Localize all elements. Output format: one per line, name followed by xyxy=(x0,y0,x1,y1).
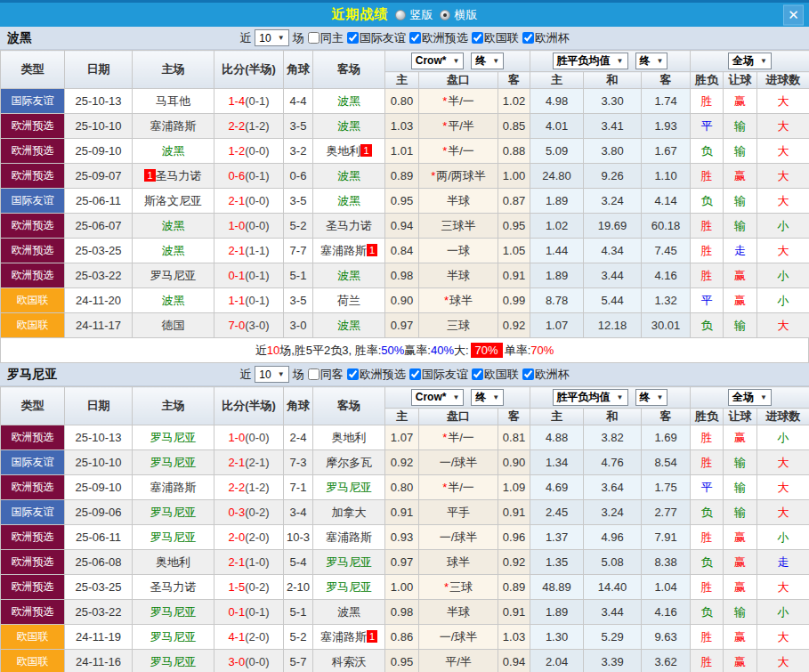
match-type-label: 欧洲预选 xyxy=(12,605,54,618)
competition-1-checkbox[interactable] xyxy=(409,368,421,380)
match-count-select[interactable]: 10▼ xyxy=(255,366,288,383)
crow-away-odds-cell: 0.85 xyxy=(498,114,530,139)
goals-result-cell: 大 xyxy=(757,475,809,500)
crow-home-odds: 0.84 xyxy=(391,244,413,257)
chevron-down-icon: ▼ xyxy=(657,393,664,401)
home-team-cell: 马耳他 xyxy=(133,89,214,114)
crow-home-odds: 0.97 xyxy=(391,319,413,332)
avg-home-odds: 1.30 xyxy=(546,630,568,644)
avg-home-odds: 8.78 xyxy=(546,294,568,307)
crow-away-odds-cell: 0.89 xyxy=(498,575,530,600)
home-team-cell: 奥地利 xyxy=(133,550,214,575)
chevron-down-icon: ▼ xyxy=(760,393,767,401)
handicap-result-cell: 赢 xyxy=(724,575,757,600)
handicap-result: 输 xyxy=(734,194,746,207)
match-date: 25-06-11 xyxy=(76,194,121,207)
competition-0-label: 欧洲预选 xyxy=(360,367,406,383)
competition-0-checkbox[interactable] xyxy=(347,32,359,44)
match-count-select[interactable]: 10▼ xyxy=(255,29,288,46)
sub-handicap: 盘口 xyxy=(419,72,498,89)
crow-home-odds: 1.07 xyxy=(391,431,413,444)
away-team-name: 波黑 xyxy=(337,169,360,182)
avg-stage-select[interactable]: 终▼ xyxy=(635,53,668,69)
home-team-name: 罗马尼亚 xyxy=(150,655,197,668)
avg-draw-odds-cell: 3.30 xyxy=(584,89,642,114)
match-type-label: 欧洲预选 xyxy=(12,530,54,543)
fulltime-score: 2-2 xyxy=(228,119,245,133)
competition-0-checkbox[interactable] xyxy=(347,368,359,380)
match-result-cell: 胜 xyxy=(691,214,724,239)
handicap-cell: *两/两球半 xyxy=(419,164,498,189)
corner-cell: 7-1 xyxy=(284,475,313,500)
avg-home-odds-cell: 2.45 xyxy=(530,500,584,525)
score-cell: 4-1(2-0) xyxy=(214,625,284,650)
chevron-down-icon: ▼ xyxy=(278,34,285,42)
match-result: 胜 xyxy=(701,169,713,182)
match-result: 胜 xyxy=(701,580,713,594)
home-team-cell: 塞浦路斯 xyxy=(133,114,214,139)
bookmaker-select-label: Crow* xyxy=(416,54,447,67)
avg-away-odds: 2.77 xyxy=(654,506,676,519)
horizontal-radio[interactable] xyxy=(440,10,450,20)
match-result-cell: 负 xyxy=(691,189,724,214)
score-cell: 0-1(0-1) xyxy=(214,600,284,625)
competition-2-checkbox[interactable] xyxy=(472,368,483,380)
competition-2-label: 欧国联 xyxy=(484,367,519,383)
same-venue-checkbox[interactable] xyxy=(308,368,320,380)
fulltime-select[interactable]: 全场▼ xyxy=(728,389,772,406)
filter-bar: 波黑近10▼场同主国际友谊欧洲预选欧国联欧洲杯 xyxy=(0,27,809,50)
match-type-cell: 欧洲预选 xyxy=(1,263,65,288)
match-date: 24-11-16 xyxy=(76,655,121,668)
table-row: 欧国联24-11-16罗马尼亚3-0(0-0)5-7科索沃0.95平/半0.94… xyxy=(1,650,809,672)
same-venue-checkbox[interactable] xyxy=(308,32,320,44)
handicap-result-cell: 赢 xyxy=(724,625,757,650)
crow-home-odds: 0.93 xyxy=(391,530,413,544)
sub-home: 主 xyxy=(385,409,419,425)
handicap-line: 半球 xyxy=(447,605,470,619)
match-type-cell: 欧洲预选 xyxy=(1,550,65,575)
avg-odds-select[interactable]: 胜平负均值▼ xyxy=(553,389,628,406)
handicap-line: 一/球半 xyxy=(440,630,478,644)
avg-odds-select[interactable]: 胜平负均值▼ xyxy=(553,53,628,69)
competition-3-checkbox[interactable] xyxy=(522,32,534,44)
home-team-name: 罗马尼亚 xyxy=(150,605,197,619)
fulltime-select[interactable]: 全场▼ xyxy=(728,53,772,69)
competition-3-checkbox[interactable] xyxy=(522,368,534,380)
avg-away-odds-cell: 8.54 xyxy=(642,450,691,475)
match-result-cell: 负 xyxy=(691,139,724,164)
corner-count: 5-1 xyxy=(290,605,307,619)
vertical-radio[interactable] xyxy=(395,10,406,20)
goals-result-cell: 大 xyxy=(757,89,809,114)
avg-stage-select[interactable]: 终▼ xyxy=(635,389,668,406)
table-row: 欧洲预选25-09-071圣马力诺0-6(0-1)0-6波黑0.89*两/两球半… xyxy=(1,164,809,189)
competition-2-checkbox[interactable] xyxy=(472,32,483,44)
match-result: 负 xyxy=(701,605,713,619)
crow-home-odds-cell: 0.80 xyxy=(385,475,419,500)
close-icon[interactable]: ✕ xyxy=(783,4,804,25)
bookmaker-select-label: Crow* xyxy=(416,391,447,403)
column-date: 日期 xyxy=(65,51,133,89)
avg-away-odds: 1.67 xyxy=(654,144,676,158)
date-cell: 25-03-25 xyxy=(65,239,133,263)
halftime-score: (3-0) xyxy=(245,319,269,332)
avg-draw-odds: 3.44 xyxy=(601,605,623,619)
away-team-name: 罗马尼亚 xyxy=(326,555,372,569)
bookmaker-select[interactable]: Crow*▼ xyxy=(411,389,465,406)
avg-away-odds: 1.93 xyxy=(654,119,676,133)
odds-stage-select[interactable]: 终▼ xyxy=(471,53,504,69)
avg-draw-odds-cell: 5.08 xyxy=(584,550,642,575)
handicap-star-icon: * xyxy=(442,94,447,108)
crow-home-odds: 0.98 xyxy=(391,269,413,282)
handicap-result-cell: 赢 xyxy=(724,525,757,550)
crow-home-odds-cell: 0.97 xyxy=(385,313,419,338)
handicap-line: 球半 xyxy=(447,555,470,569)
odds-stage-select[interactable]: 终▼ xyxy=(471,389,504,406)
bookmaker-select[interactable]: Crow*▼ xyxy=(411,53,465,69)
competition-1-checkbox[interactable] xyxy=(409,32,421,44)
corner-cell: 3-2 xyxy=(284,139,313,164)
avg-away-odds: 60.18 xyxy=(651,219,681,232)
corner-cell: 5-4 xyxy=(284,550,313,575)
handicap-star-icon: * xyxy=(444,580,449,594)
avg-home-odds: 5.09 xyxy=(546,144,568,158)
match-result-cell: 平 xyxy=(691,114,724,139)
